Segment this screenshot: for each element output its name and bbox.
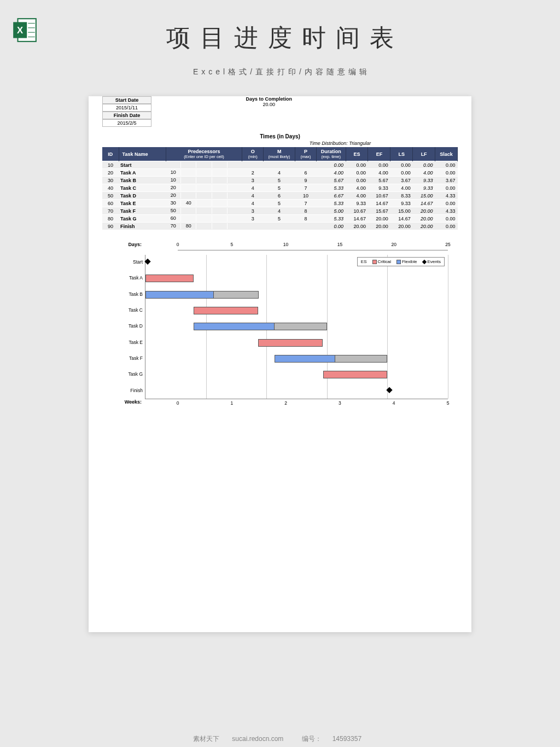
slack-bar [214,291,258,299]
task-bar [194,307,258,314]
task-bar [258,339,323,347]
task-bar [323,371,388,378]
col-ef: EF [368,147,390,161]
gantt-row: Task A [145,273,448,289]
footer-code: 14593357 [332,735,361,743]
col-slack: Slack [435,147,458,161]
footer-site: sucai.redocn.com [232,735,283,743]
table-row[interactable]: 70Task F503485.0010.6715.6715.0020.004.3… [102,207,458,215]
weeks-axis-label: Weeks: [112,399,145,409]
event-marker [144,259,150,265]
gantt-row: Task G [145,369,448,385]
legend: ESCriticalFlexibleEvents [357,257,445,266]
gantt-row: Task C [145,305,448,321]
col-pred: Predecessors(Enter one ID per cell) [166,147,242,161]
days-axis: 0510152025 [178,242,448,250]
gantt-chart: Days: 0510152025 StartTask ATask BTask C… [102,242,458,409]
event-marker [387,387,393,393]
col-id: ID [102,147,119,161]
task-bar [194,323,275,330]
finish-date-label: Finish Date [102,112,151,119]
table-row[interactable]: 90Finish70800.0020.0020.0020.0020.000.00 [102,223,458,230]
start-date-label: Start Date [102,96,151,104]
col-ls: LS [390,147,413,161]
col-task: Task Name [119,147,166,161]
dist-label: Time Distribution: [310,141,348,146]
table-row[interactable]: 40Task C204575.334.009.334.009.330.00 [102,184,458,192]
footer-site-label: 素材天下 [193,735,219,743]
gantt-plot: StartTask ATask BTask CTask DTask ETask … [145,255,448,399]
finish-date-value[interactable]: 2015/2/5 [102,119,151,127]
table-row[interactable]: 60Task E30404575.339.3314.679.3314.670.0… [102,200,458,207]
dist-value: Triangular [349,141,371,146]
gantt-row: Task F [145,353,448,369]
table-row[interactable]: 80Task G603585.3314.6720.0014.6720.000.0… [102,215,458,223]
col-lf: LF [413,147,435,161]
days-axis-label: Days: [112,242,145,250]
col-es: ES [346,147,368,161]
gantt-row: Task B [145,289,448,305]
slack-bar [275,323,327,330]
gantt-row: Task E [145,337,448,353]
footer-code-label: 编号： [302,735,322,743]
col-m: M(most likely) [264,147,295,161]
col-p: P(max) [295,147,317,161]
col-dur: Duration(exp. time) [316,147,346,161]
table-row[interactable]: 30Task B103595.670.005.673.679.333.67 [102,177,458,184]
task-bar [145,291,214,299]
task-table: ID Task Name Predecessors(Enter one ID p… [102,147,458,230]
page-title: 项目进度时间表 [0,0,560,54]
weeks-axis: 012345 [178,400,448,409]
days-completion-label: Days to Completion [246,96,293,102]
svg-text:X: X [17,25,23,36]
times-header: Times (in Days) [102,133,458,139]
gantt-row: Finish [145,386,448,401]
col-o: O(min) [242,147,264,161]
gantt-row: Task D [145,321,448,337]
start-date-value[interactable]: 2015/1/11 [102,104,151,112]
table-row[interactable]: 10Start0.000.000.000.000.000.00 [102,161,458,169]
task-bar [275,355,335,363]
footer: 素材天下 sucai.redocn.com 编号：14593357 [0,734,560,744]
days-completion-value: 20.00 [246,102,293,107]
table-row[interactable]: 20Task A102464.000.004.000.004.000.00 [102,169,458,177]
task-bar [145,275,194,282]
page-subtitle: Excel格式/直接打印/内容随意编辑 [0,67,560,77]
table-row[interactable]: 50Task D2046106.674.0010.678.3315.004.33 [102,192,458,200]
excel-icon: X [11,16,38,44]
slack-bar [335,355,388,363]
dist-row: Time Distribution: Triangular [102,141,458,146]
